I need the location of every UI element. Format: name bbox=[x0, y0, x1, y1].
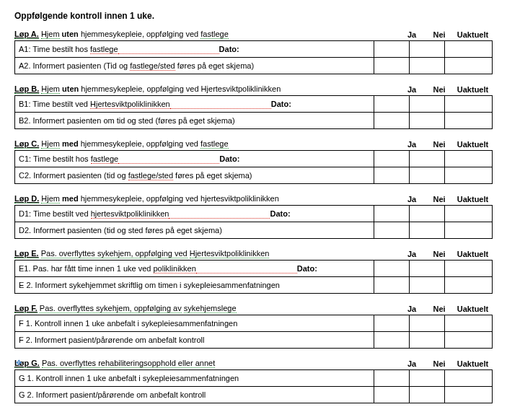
col-header-ja: Ja bbox=[398, 305, 426, 313]
col-header-ja: Ja bbox=[398, 140, 426, 149]
check-ja[interactable] bbox=[374, 167, 410, 184]
check-uaktuelt[interactable] bbox=[445, 370, 493, 387]
check-uaktuelt[interactable] bbox=[445, 387, 493, 403]
section-header: Løp C. Hjem med hjemmesykepleie, oppfølg… bbox=[14, 139, 398, 149]
check-nei[interactable] bbox=[410, 206, 445, 222]
check-uaktuelt[interactable] bbox=[445, 167, 493, 184]
row-text: A2. Informert pasienten (Tid og fastlege… bbox=[15, 58, 374, 74]
check-ja[interactable] bbox=[374, 151, 410, 167]
checklist-table: B1: Time bestilt ved Hjertesviktpoliklin… bbox=[14, 95, 493, 129]
check-ja[interactable] bbox=[374, 387, 410, 403]
table-row: C1: Time bestilt hos fastlegeDato: bbox=[15, 151, 493, 167]
table-row: B1: Time bestilt ved Hjertesviktpoliklin… bbox=[15, 96, 493, 113]
check-ja[interactable] bbox=[374, 58, 410, 74]
col-header-uaktuelt: Uaktuelt bbox=[453, 30, 493, 39]
table-row: E1. Pas. har fått time innen 1 uke ved p… bbox=[15, 261, 493, 277]
check-uaktuelt[interactable] bbox=[445, 96, 493, 113]
section-b: Løp B. Hjem uten hjemmesykepleie, oppføl… bbox=[14, 84, 493, 129]
check-nei[interactable] bbox=[410, 167, 445, 184]
table-row: F 1. Kontroll innen 1 uke anbefalt i syk… bbox=[15, 315, 493, 332]
check-ja[interactable] bbox=[374, 113, 410, 129]
row-text: F 1. Kontroll innen 1 uke anbefalt i syk… bbox=[15, 315, 374, 332]
col-header-nei: Nei bbox=[426, 30, 453, 39]
section-header: Løp G. Pas. overflyttes rehabiliteringso… bbox=[14, 359, 398, 368]
check-uaktuelt[interactable] bbox=[445, 206, 493, 222]
section-header: Løp F. Pas. overflyttes sykehjem, oppføl… bbox=[14, 304, 398, 313]
check-nei[interactable] bbox=[410, 261, 445, 277]
check-nei[interactable] bbox=[410, 58, 445, 74]
row-text: E 2. Informert sykehjemmet skriftlig om … bbox=[15, 277, 374, 294]
checklist-table: D1: Time bestilt ved hjertesviktpoliklin… bbox=[14, 205, 493, 239]
table-row: E 2. Informert sykehjemmet skriftlig om … bbox=[15, 277, 493, 294]
check-uaktuelt[interactable] bbox=[445, 332, 493, 349]
col-header-nei: Nei bbox=[426, 140, 453, 149]
table-row: G 2. Informert pasient/pårørende om anbe… bbox=[15, 387, 493, 403]
check-ja[interactable] bbox=[374, 315, 410, 332]
check-ja[interactable] bbox=[374, 41, 410, 58]
section-c: Løp C. Hjem med hjemmesykepleie, oppfølg… bbox=[14, 139, 493, 184]
col-header-nei: Nei bbox=[426, 305, 453, 313]
col-header-uaktuelt: Uaktuelt bbox=[453, 359, 493, 368]
col-header-ja: Ja bbox=[398, 85, 426, 94]
col-header-nei: Nei bbox=[426, 359, 453, 368]
col-header-ja: Ja bbox=[398, 250, 426, 258]
section-header: Løp B. Hjem uten hjemmesykepleie, oppføl… bbox=[14, 84, 398, 94]
section-header: Løp E. Pas. overflyttes sykehjem, oppføl… bbox=[14, 249, 398, 258]
page-title: Oppfølgende kontroll innen 1 uke. bbox=[14, 11, 493, 21]
row-text: G 2. Informert pasient/pårørende om anbe… bbox=[15, 387, 374, 403]
check-nei[interactable] bbox=[410, 41, 445, 58]
row-text: B2. Informert pasienten om tid og sted (… bbox=[15, 113, 374, 129]
check-nei[interactable] bbox=[410, 387, 445, 403]
col-header-uaktuelt: Uaktuelt bbox=[453, 250, 493, 258]
check-nei[interactable] bbox=[410, 96, 445, 113]
table-row: D2. Informert pasienten (tid og sted før… bbox=[15, 222, 493, 239]
check-uaktuelt[interactable] bbox=[445, 151, 493, 167]
col-header-ja: Ja bbox=[398, 359, 426, 368]
check-ja[interactable] bbox=[374, 222, 410, 239]
section-g: ✥Løp G. Pas. overflyttes rehabiliterings… bbox=[14, 359, 493, 403]
section-header: Løp D. Hjem med hjemmesykepleie, oppfølg… bbox=[14, 194, 398, 204]
section-f: Løp F. Pas. overflyttes sykehjem, oppføl… bbox=[14, 304, 493, 349]
checklist-table: A1: Time bestilt hos fastlegeDato:A2. In… bbox=[14, 40, 493, 74]
row-text: D2. Informert pasienten (tid og sted før… bbox=[15, 222, 374, 239]
check-nei[interactable] bbox=[410, 277, 445, 294]
check-nei[interactable] bbox=[410, 113, 445, 129]
check-uaktuelt[interactable] bbox=[445, 113, 493, 129]
table-row: D1: Time bestilt ved hjertesviktpoliklin… bbox=[15, 206, 493, 222]
col-header-nei: Nei bbox=[426, 195, 453, 204]
col-header-uaktuelt: Uaktuelt bbox=[453, 85, 493, 94]
table-row: C2. Informert pasienten (tid og fastlege… bbox=[15, 167, 493, 184]
table-anchor-icon: ✥ bbox=[16, 359, 22, 367]
check-uaktuelt[interactable] bbox=[445, 315, 493, 332]
check-ja[interactable] bbox=[374, 261, 410, 277]
check-nei[interactable] bbox=[410, 151, 445, 167]
check-nei[interactable] bbox=[410, 315, 445, 332]
checklist-table: C1: Time bestilt hos fastlegeDato:C2. In… bbox=[14, 150, 493, 184]
check-ja[interactable] bbox=[374, 370, 410, 387]
section-a: Løp A. Hjem uten hjemmesykepleie, oppføl… bbox=[14, 30, 493, 74]
table-row: A1: Time bestilt hos fastlegeDato: bbox=[15, 41, 493, 58]
col-header-ja: Ja bbox=[398, 195, 426, 204]
check-uaktuelt[interactable] bbox=[445, 222, 493, 239]
check-uaktuelt[interactable] bbox=[445, 58, 493, 74]
check-ja[interactable] bbox=[374, 332, 410, 349]
row-text: G 1. Kontroll innen 1 uke anbefalt i syk… bbox=[15, 370, 374, 387]
row-text: E1. Pas. har fått time innen 1 uke ved p… bbox=[15, 261, 374, 277]
check-uaktuelt[interactable] bbox=[445, 277, 493, 294]
check-nei[interactable] bbox=[410, 332, 445, 349]
row-text: C2. Informert pasienten (tid og fastlege… bbox=[15, 167, 374, 184]
col-header-uaktuelt: Uaktuelt bbox=[453, 305, 493, 313]
check-ja[interactable] bbox=[374, 206, 410, 222]
check-ja[interactable] bbox=[374, 277, 410, 294]
col-header-nei: Nei bbox=[426, 85, 453, 94]
check-ja[interactable] bbox=[374, 96, 410, 113]
check-nei[interactable] bbox=[410, 370, 445, 387]
col-header-uaktuelt: Uaktuelt bbox=[453, 195, 493, 204]
check-uaktuelt[interactable] bbox=[445, 41, 493, 58]
table-row: A2. Informert pasienten (Tid og fastlege… bbox=[15, 58, 493, 74]
row-text: D1: Time bestilt ved hjertesviktpoliklin… bbox=[15, 206, 374, 222]
check-nei[interactable] bbox=[410, 222, 445, 239]
col-header-nei: Nei bbox=[426, 250, 453, 258]
check-uaktuelt[interactable] bbox=[445, 261, 493, 277]
section-d: Løp D. Hjem med hjemmesykepleie, oppfølg… bbox=[14, 194, 493, 239]
